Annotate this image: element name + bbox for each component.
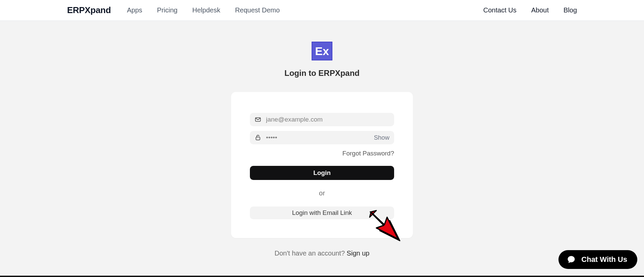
brand-logo-text[interactable]: ERPXpand: [67, 5, 111, 15]
nav-primary-links: Apps Pricing Helpdesk Request Demo: [127, 6, 280, 14]
chat-label: Chat With Us: [581, 255, 627, 264]
forgot-password-link[interactable]: Forgot Password?: [250, 150, 394, 157]
page-title: Login to ERPXpand: [284, 68, 360, 78]
app-logo: Ex: [312, 42, 332, 60]
nav-link-request-demo[interactable]: Request Demo: [235, 6, 280, 14]
password-input[interactable]: [266, 134, 369, 141]
login-button[interactable]: Login: [250, 166, 394, 180]
show-password-button[interactable]: Show: [374, 134, 389, 141]
login-email-link-button[interactable]: Login with Email Link: [250, 206, 394, 219]
svg-rect-1: [256, 137, 260, 140]
chat-with-us-button[interactable]: Chat With Us: [558, 250, 637, 269]
nav-link-pricing[interactable]: Pricing: [157, 6, 177, 14]
nav-link-about[interactable]: About: [531, 6, 549, 14]
signup-prompt: Don't have an account?: [275, 249, 347, 257]
or-divider-label: or: [250, 189, 394, 197]
nav-left-group: ERPXpand Apps Pricing Helpdesk Request D…: [67, 5, 280, 15]
nav-link-blog[interactable]: Blog: [564, 6, 577, 14]
nav-link-apps[interactable]: Apps: [127, 6, 143, 14]
chat-bubble-icon: [567, 255, 576, 264]
login-main: Ex Login to ERPXpand Show Forgot Passwor: [0, 21, 644, 257]
signup-line: Don't have an account? Sign up: [275, 249, 370, 257]
mail-icon: [255, 116, 261, 123]
nav-link-contact[interactable]: Contact Us: [483, 6, 517, 14]
lock-icon: [255, 134, 261, 141]
bottom-border: [0, 276, 644, 277]
email-input[interactable]: [266, 116, 389, 123]
signup-link[interactable]: Sign up: [347, 249, 370, 257]
nav-secondary-links: Contact Us About Blog: [483, 6, 577, 14]
nav-link-helpdesk[interactable]: Helpdesk: [192, 6, 220, 14]
password-field-wrap[interactable]: Show: [250, 131, 394, 144]
email-field-wrap[interactable]: [250, 113, 394, 126]
login-card: Show Forgot Password? Login or Login wit…: [231, 92, 413, 238]
top-navbar: ERPXpand Apps Pricing Helpdesk Request D…: [0, 0, 644, 21]
